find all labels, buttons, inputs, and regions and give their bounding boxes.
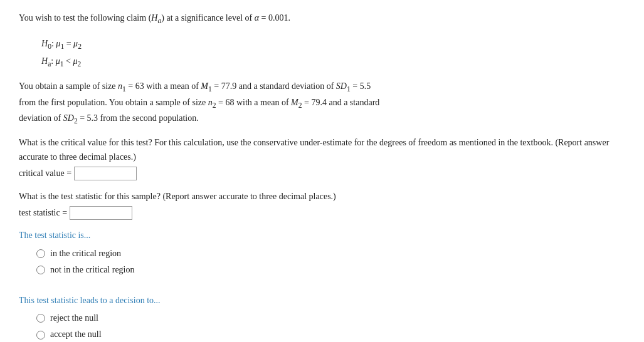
sample-line2: from the first population. You obtain a …: [19, 96, 625, 111]
decision-option-1[interactable]: reject the null: [36, 311, 625, 325]
decision-radio-2[interactable]: [36, 331, 45, 339]
test-statistic-block: What is the test statistic for this samp…: [19, 190, 625, 220]
decision-option-2[interactable]: accept the null: [36, 328, 625, 341]
decision-radio-1[interactable]: [36, 314, 45, 323]
decision-block: This test statistic leads to a decision …: [19, 294, 625, 342]
sample-line3: deviation of SD2 = 5.3 from the second p…: [19, 111, 625, 127]
test-statistic-question: What is the test statistic for this samp…: [19, 190, 625, 204]
test-statistic-input[interactable]: [70, 206, 132, 220]
decision-label-2: accept the null: [50, 328, 102, 341]
critical-region-option-1[interactable]: in the critical region: [36, 247, 625, 261]
critical-region-header: The test statistic is...: [19, 229, 625, 242]
critical-region-label-2: not in the critical region: [50, 263, 135, 277]
critical-value-question: What is the critical value for this test…: [19, 136, 625, 164]
decision-header: This test statistic leads to a decision …: [19, 294, 625, 308]
critical-value-label: critical value =: [19, 167, 71, 180]
ha-hypothesis: Ha: μ1 < μ2: [41, 53, 625, 71]
sample-line1: You obtain a sample of size n1 = 63 with…: [19, 80, 625, 95]
intro-text: You wish to test the following claim (Ha…: [19, 11, 625, 27]
critical-region-radio-2[interactable]: [36, 266, 45, 274]
critical-value-block: What is the critical value for this test…: [19, 136, 625, 180]
sample-info: You obtain a sample of size n1 = 63 with…: [19, 80, 625, 127]
critical-region-block: The test statistic is... in the critical…: [19, 229, 625, 277]
critical-region-option-2[interactable]: not in the critical region: [36, 263, 625, 277]
critical-region-radio-1[interactable]: [36, 249, 45, 258]
critical-region-options: in the critical region not in the critic…: [36, 247, 625, 277]
h0-hypothesis: H0: μ1 = μ2: [41, 36, 625, 53]
critical-region-label-1: in the critical region: [50, 247, 121, 261]
critical-value-input[interactable]: [74, 167, 137, 180]
hypotheses-block: H0: μ1 = μ2 Ha: μ1 < μ2: [41, 36, 625, 71]
test-statistic-label: test statistic =: [19, 206, 67, 220]
decision-label-1: reject the null: [50, 311, 98, 325]
decision-options: reject the null accept the null fail to …: [36, 311, 625, 342]
